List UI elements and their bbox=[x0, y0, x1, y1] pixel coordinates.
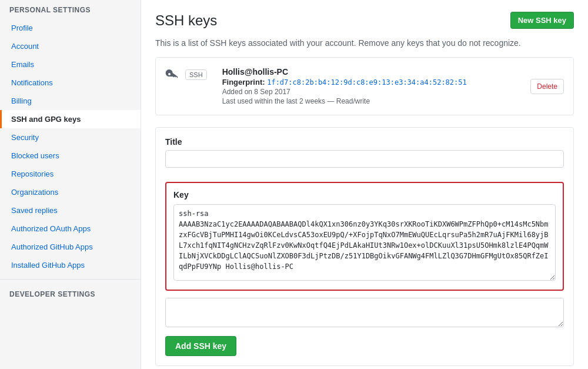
ssh-details: Hollis@hollis-PC Fingerprint: 1f:d7:c8:2… bbox=[222, 67, 531, 105]
title-input[interactable] bbox=[165, 150, 564, 168]
sidebar-divider bbox=[0, 279, 141, 280]
extra-textarea[interactable] bbox=[165, 298, 564, 327]
sidebar: Personal settings Profile Account Emails… bbox=[0, 0, 141, 369]
sidebar-item-saved-replies[interactable]: Saved replies bbox=[0, 201, 141, 220]
info-text: This is a list of SSH keys associated wi… bbox=[155, 38, 574, 48]
fingerprint-label: Fingerprint: bbox=[222, 78, 265, 87]
sidebar-item-repositories[interactable]: Repositories bbox=[0, 165, 141, 183]
add-ssh-button[interactable]: Add SSH key bbox=[165, 336, 236, 356]
sidebar-item-emails[interactable]: Emails bbox=[0, 55, 141, 74]
key-textarea[interactable] bbox=[173, 204, 556, 281]
sidebar-section-title: Personal settings bbox=[0, 0, 141, 19]
ssh-added: Added on 8 Sep 2017 bbox=[222, 88, 531, 96]
key-section: Key bbox=[165, 182, 564, 291]
title-label: Title bbox=[165, 137, 564, 147]
sidebar-item-profile[interactable]: Profile bbox=[0, 19, 141, 37]
sidebar-item-github-apps[interactable]: Authorized GitHub Apps bbox=[0, 238, 141, 256]
new-ssh-button[interactable]: New SSH key bbox=[510, 12, 574, 29]
key-label: Key bbox=[173, 190, 556, 200]
sidebar-item-ssh-gpg[interactable]: SSH and GPG keys bbox=[0, 110, 141, 128]
sidebar-item-blocked-users[interactable]: Blocked users bbox=[0, 147, 141, 165]
sidebar-item-notifications[interactable]: Notifications bbox=[0, 74, 141, 92]
page-header: SSH keys New SSH key bbox=[155, 12, 574, 29]
sidebar-item-oauth-apps[interactable]: Authorized OAuth Apps bbox=[0, 220, 141, 238]
sidebar-item-installed-apps[interactable]: Installed GitHub Apps bbox=[0, 256, 141, 274]
page-title: SSH keys bbox=[155, 12, 217, 29]
fingerprint-value: 1f:d7:c8:2b:b4:12:9d:c8:e9:13:e3:34:a4:5… bbox=[267, 78, 467, 87]
sidebar-item-billing[interactable]: Billing bbox=[0, 92, 141, 110]
sidebar-item-account[interactable]: Account bbox=[0, 37, 141, 55]
ssh-key-card: SSH Hollis@hollis-PC Fingerprint: 1f:d7:… bbox=[155, 57, 574, 115]
ssh-last-used: Last used within the last 2 weeks — Read… bbox=[222, 97, 531, 105]
dev-section-title: Developer settings bbox=[0, 284, 141, 303]
ssh-badge: SSH bbox=[185, 69, 207, 80]
key-icon bbox=[165, 67, 179, 81]
ssh-fingerprint: Fingerprint: 1f:d7:c8:2b:b4:12:9d:c8:e9:… bbox=[222, 78, 531, 87]
sidebar-item-organizations[interactable]: Organizations bbox=[0, 183, 141, 201]
ssh-hostname: Hollis@hollis-PC bbox=[222, 67, 531, 77]
title-form-section: Title Key Add SSH key bbox=[155, 127, 574, 366]
main-content: SSH keys New SSH key This is a list of S… bbox=[141, 0, 588, 369]
sidebar-item-security[interactable]: Security bbox=[0, 128, 141, 147]
delete-button[interactable]: Delete bbox=[530, 79, 564, 94]
